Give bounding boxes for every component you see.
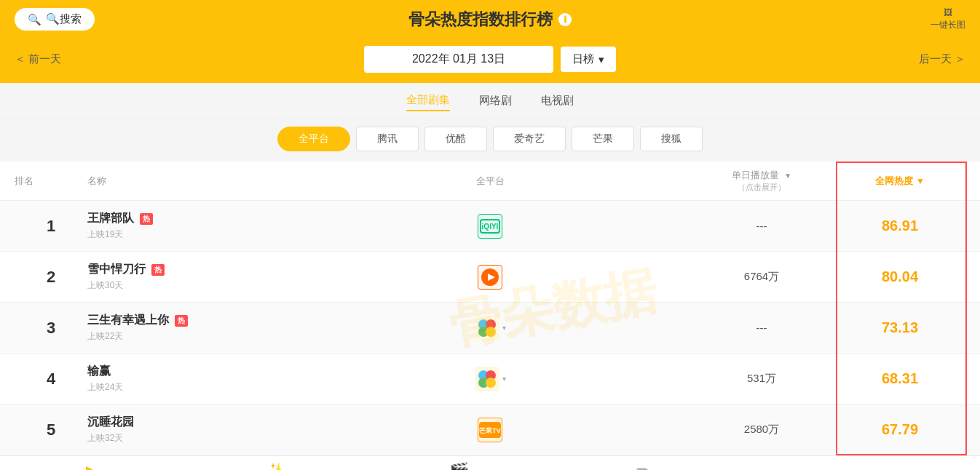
svg-point-11 — [486, 378, 496, 388]
rank-number: 4 — [15, 370, 87, 389]
movies-icon: 🎬 — [449, 462, 469, 470]
platform-icon-col: ▾ — [291, 367, 689, 391]
heat-value: 73.13 — [834, 319, 965, 336]
platform-youku-button[interactable]: 优酷 — [424, 127, 487, 151]
col-name-header: 名称 — [87, 175, 291, 188]
date-navigation: ＜ 前一天 2022年 01月 13日 日榜 ▾ 后一天 ＞ — [0, 39, 980, 83]
hot-badge: 热 — [151, 264, 165, 276]
platform-all-button[interactable]: 全平台 — [277, 127, 350, 151]
variety-icon: ✨ — [266, 462, 285, 470]
iqiyi-icon: iQIYI — [478, 214, 502, 239]
col-platform-header: 全平台 — [291, 175, 689, 188]
heat-value: 67.79 — [834, 421, 965, 438]
table-row: 1 王牌部队 热 上映19天 iQIYI --- 86.91 — [0, 201, 980, 252]
rank-number: 5 — [15, 421, 87, 439]
platform-sohu-button[interactable]: 搜狐 — [640, 127, 703, 151]
rank-number: 1 — [15, 217, 87, 236]
tab-web-dramas[interactable]: 网络剧 — [479, 91, 512, 111]
bottom-navigation: ▶ 剧集 ✨ 综艺 🎬 电影 ✏ 视频网站 搜狐号@圆头讲电影 — [0, 455, 980, 470]
show-info: 沉睡花园 上映32天 — [87, 415, 291, 445]
platform-iqiyi-button[interactable]: 爱奇艺 — [493, 127, 566, 151]
heat-value: 86.91 — [834, 218, 965, 234]
search-button[interactable]: 🔍 🔍搜索 — [15, 8, 95, 31]
platform-filter: 全平台 腾讯 优酷 爱奇艺 芒果 搜狐 — [0, 119, 980, 162]
platform-tencent-button[interactable]: 腾讯 — [356, 127, 419, 151]
date-input[interactable]: 2022年 01月 13日 — [364, 46, 553, 73]
heat-value: 68.31 — [834, 370, 965, 387]
platform-icon-col: iQIYI — [291, 214, 689, 239]
plays-value: --- — [689, 322, 834, 334]
nav-video-sites[interactable]: ✏ 视频网站 — [614, 462, 672, 470]
hot-badge: 热 — [175, 315, 188, 327]
dramas-icon: ▶ — [86, 462, 98, 470]
screenshot-icon: 🖼 — [944, 7, 952, 17]
rankings-table: 骨朵数据 排名 名称 全平台 单日播放量 ▼ （点击展开） 全网热度 ▼ 1 王… — [0, 162, 980, 455]
show-info: 输赢 上映24天 — [87, 364, 291, 394]
period-dropdown[interactable]: 日榜 ▾ — [561, 47, 616, 72]
plays-value: 6764万 — [689, 270, 834, 284]
table-row: 4 输赢 上映24天 ▾ 531万 68.31 — [0, 354, 980, 405]
show-info: 雪中悍刀行 热 上映30天 — [87, 262, 291, 292]
content-tabs: 全部剧集 网络剧 电视剧 — [0, 83, 980, 119]
show-info: 王牌部队 热 上映19天 — [87, 211, 291, 241]
search-icon: 🔍 — [28, 13, 42, 26]
one-key-label: 一键长图 — [930, 19, 965, 31]
nav-dramas[interactable]: ▶ 剧集 — [63, 462, 121, 470]
plays-value: 2580万 — [689, 423, 834, 437]
col-plays-header: 单日播放量 ▼ （点击展开） — [689, 169, 834, 193]
plays-value: --- — [689, 220, 834, 232]
table-header: 排名 名称 全平台 单日播放量 ▼ （点击展开） 全网热度 ▼ — [0, 162, 980, 201]
platform-icon-col: 芒果TV — [291, 418, 689, 442]
nav-movies[interactable]: 🎬 电影 — [430, 462, 489, 470]
table-row: 5 沉睡花园 上映32天 芒果TV 2580万 67.79 — [0, 405, 980, 455]
col-rank-header: 排名 — [15, 175, 87, 188]
mango-tv-icon: 芒果TV — [478, 418, 502, 442]
tab-all-dramas[interactable]: 全部剧集 — [406, 90, 450, 111]
tab-tv-dramas[interactable]: 电视剧 — [541, 91, 574, 111]
info-icon[interactable]: ℹ — [558, 13, 572, 26]
platform-icon-col: ▾ — [291, 316, 689, 340]
table-row: 3 三生有幸遇上你 热 上映22天 ▾ --- 73.13 — [0, 303, 980, 354]
show-info: 三生有幸遇上你 热 上映22天 — [87, 313, 291, 343]
header-title: 骨朵热度指数排行榜 ℹ — [408, 9, 572, 31]
next-day-button[interactable]: 后一天 ＞ — [919, 52, 965, 66]
nav-variety[interactable]: ✨ 综艺 — [247, 462, 305, 470]
col-heat-header: 全网热度 ▼ — [834, 175, 965, 188]
platform-icon-col — [291, 265, 689, 290]
svg-text:iQIYI: iQIYI — [482, 223, 499, 231]
mango-multi-icon — [475, 316, 499, 340]
header: 🔍 🔍搜索 骨朵热度指数排行榜 ℹ 🖼 一键长图 — [0, 0, 980, 39]
date-selector-wrap: 2022年 01月 13日 日榜 ▾ — [364, 46, 616, 73]
svg-point-7 — [486, 327, 496, 337]
hot-badge: 热 — [140, 213, 153, 225]
prev-day-button[interactable]: ＜ 前一天 — [15, 52, 61, 66]
platform-mango-button[interactable]: 芒果 — [572, 127, 634, 151]
tencent-icon — [478, 265, 502, 290]
one-key-screenshot-button[interactable]: 🖼 一键长图 — [930, 7, 965, 31]
search-label: 🔍搜索 — [46, 12, 82, 26]
heat-value: 80.04 — [834, 268, 965, 285]
plays-value: 531万 — [689, 372, 834, 386]
video-sites-icon: ✏ — [636, 462, 649, 470]
svg-text:芒果TV: 芒果TV — [479, 427, 501, 434]
rank-number: 2 — [15, 268, 87, 287]
rank-number: 3 — [15, 319, 87, 338]
table-row: 2 雪中悍刀行 热 上映30天 6764万 80.04 — [0, 252, 980, 303]
mango-multi-icon — [475, 367, 499, 391]
